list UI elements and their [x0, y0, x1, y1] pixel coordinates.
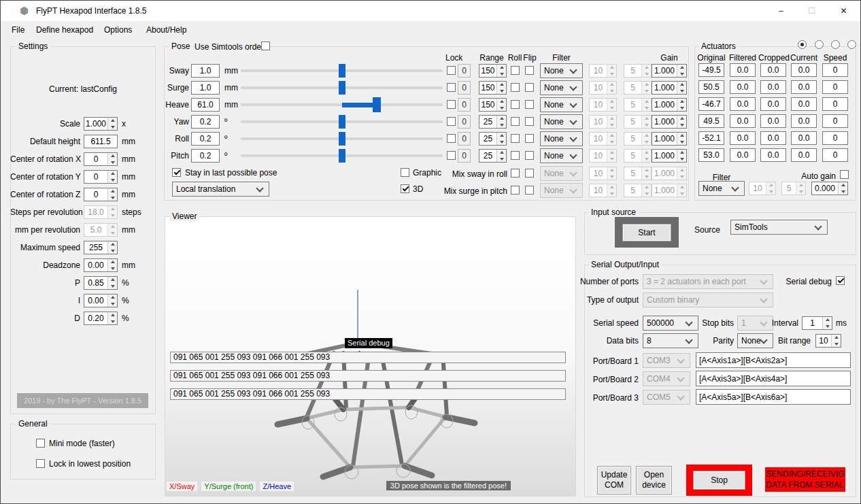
- menu-file[interactable]: File: [9, 24, 27, 36]
- port-board-3-format-input[interactable]: [A<Axis5a>][B<Axis6a>]: [696, 389, 851, 405]
- surge-slider-thumb[interactable]: [339, 81, 345, 95]
- view-mode-radio-4[interactable]: [847, 40, 856, 49]
- pitch-slider-thumb[interactable]: [339, 149, 345, 163]
- heave-slider[interactable]: [241, 97, 443, 112]
- use-simtools-checkbox[interactable]: [261, 41, 270, 50]
- menu-options[interactable]: Options: [101, 24, 135, 36]
- view-mode-radio-1[interactable]: [798, 40, 807, 49]
- roll-checkbox[interactable]: [511, 100, 520, 109]
- sway-input[interactable]: 1.0: [191, 64, 220, 78]
- surge-slider[interactable]: [241, 80, 443, 95]
- lock-checkbox[interactable]: [447, 66, 456, 75]
- gain-spin-buttons[interactable]: [677, 116, 686, 128]
- range-spin-buttons[interactable]: [496, 133, 506, 145]
- cor-z-input[interactable]: 0: [84, 188, 118, 201]
- data-bits-select[interactable]: 8: [643, 333, 698, 348]
- filter-select[interactable]: None: [540, 131, 583, 146]
- yaw-input[interactable]: 0.2: [191, 115, 220, 129]
- range-input[interactable]: 25: [479, 149, 507, 163]
- range-input[interactable]: 25: [479, 132, 507, 146]
- gain-input[interactable]: 1.000: [652, 115, 687, 129]
- flip-checkbox[interactable]: [525, 151, 534, 160]
- p-spin-buttons[interactable]: [107, 277, 117, 289]
- range-input[interactable]: 150: [479, 81, 507, 95]
- serial-debug-checkbox[interactable]: [836, 276, 845, 285]
- range-input[interactable]: 150: [479, 64, 507, 78]
- lock-checkbox[interactable]: [447, 100, 456, 109]
- menu-define-hexapod[interactable]: Define hexapod: [33, 24, 96, 36]
- mix-checkbox-1[interactable]: [511, 186, 520, 195]
- view-mode-radio-3[interactable]: [831, 40, 840, 49]
- flip-checkbox[interactable]: [525, 134, 534, 143]
- i-input[interactable]: 0.00: [84, 294, 118, 307]
- stop-button[interactable]: Stop: [693, 471, 745, 490]
- surge-input[interactable]: 1.0: [191, 81, 220, 95]
- pitch-input[interactable]: 0.2: [191, 149, 220, 163]
- start-button[interactable]: Start: [622, 224, 671, 241]
- gain-spin-buttons[interactable]: [677, 133, 686, 145]
- bit-range-input[interactable]: 10: [815, 334, 841, 348]
- lock-checkbox[interactable]: [447, 117, 456, 126]
- roll-slider-thumb[interactable]: [339, 132, 345, 146]
- stay-last-pose-checkbox[interactable]: [172, 168, 181, 177]
- lock-checkbox[interactable]: [447, 151, 456, 160]
- gain-spin-buttons[interactable]: [677, 82, 686, 94]
- deadzone-spin-buttons[interactable]: [107, 259, 117, 271]
- gain-input[interactable]: 1.000: [652, 98, 687, 112]
- port-board-1-format-input[interactable]: [A<Axis1a>][B<Axis2a>]: [696, 352, 851, 368]
- flip-checkbox[interactable]: [525, 100, 534, 109]
- i-spin-buttons[interactable]: [107, 295, 117, 307]
- mini-mode-checkbox[interactable]: [36, 439, 45, 448]
- update-com-button[interactable]: Update COM: [597, 466, 631, 494]
- auto-gain-spin-buttons[interactable]: [838, 182, 847, 195]
- gain-spin-buttons[interactable]: [677, 65, 686, 77]
- sway-slider-thumb[interactable]: [339, 64, 345, 78]
- parity-select[interactable]: None: [737, 333, 773, 348]
- minimize-button[interactable]: –: [766, 1, 796, 21]
- p-input[interactable]: 0.85: [84, 276, 118, 290]
- port-board-2-format-input[interactable]: [A<Axis3a>][B<Axis4a>]: [696, 371, 851, 386]
- d-input[interactable]: 0.20: [84, 312, 118, 325]
- cor-y-input[interactable]: 0: [84, 170, 118, 184]
- flip-checkbox[interactable]: [525, 66, 534, 75]
- roll-checkbox[interactable]: [511, 151, 520, 160]
- cor-x-spin-buttons[interactable]: [107, 153, 117, 165]
- translation-mode-select[interactable]: Local translation: [172, 182, 269, 197]
- heave-input[interactable]: 61.0: [191, 98, 220, 112]
- lock-checkbox[interactable]: [447, 134, 456, 143]
- bit-range-spin-buttons[interactable]: [831, 335, 841, 347]
- range-input[interactable]: 150: [479, 98, 507, 112]
- actuator-filter-select[interactable]: None: [698, 181, 745, 196]
- filter-select[interactable]: None: [540, 80, 583, 95]
- deadzone-input[interactable]: 0.00: [84, 258, 118, 272]
- scale-spin-buttons[interactable]: [107, 118, 117, 130]
- roll-checkbox[interactable]: [511, 134, 520, 143]
- roll-slider[interactable]: [241, 131, 443, 146]
- yaw-slider[interactable]: [241, 114, 443, 129]
- flip-checkbox[interactable]: [525, 117, 534, 126]
- lock-checkbox[interactable]: [447, 83, 456, 92]
- lock-lowest-checkbox[interactable]: [36, 459, 45, 468]
- range-spin-buttons[interactable]: [496, 82, 506, 94]
- yaw-slider-thumb[interactable]: [339, 115, 345, 129]
- close-button[interactable]: ✕: [828, 1, 859, 21]
- mix-checkbox-2[interactable]: [525, 169, 534, 178]
- range-spin-buttons[interactable]: [496, 99, 506, 111]
- open-device-button[interactable]: Open device: [636, 466, 672, 494]
- gain-input[interactable]: 1.000: [652, 81, 687, 95]
- filter-select[interactable]: None: [540, 63, 583, 78]
- roll-input[interactable]: 0.2: [191, 132, 220, 146]
- range-spin-buttons[interactable]: [496, 65, 506, 77]
- interval-input[interactable]: 1: [802, 316, 832, 330]
- roll-checkbox[interactable]: [511, 83, 520, 92]
- roll-checkbox[interactable]: [511, 117, 520, 126]
- gain-input[interactable]: 1.000: [652, 149, 687, 163]
- filter-select[interactable]: None: [540, 114, 583, 129]
- cor-y-spin-buttons[interactable]: [107, 171, 117, 183]
- gain-input[interactable]: 1.000: [652, 132, 687, 146]
- serial-speed-select[interactable]: 500000: [643, 316, 698, 331]
- d-spin-buttons[interactable]: [107, 312, 117, 324]
- heave-slider-thumb[interactable]: [373, 97, 381, 112]
- auto-gain-checkbox[interactable]: [840, 170, 849, 179]
- pitch-slider[interactable]: [241, 148, 443, 163]
